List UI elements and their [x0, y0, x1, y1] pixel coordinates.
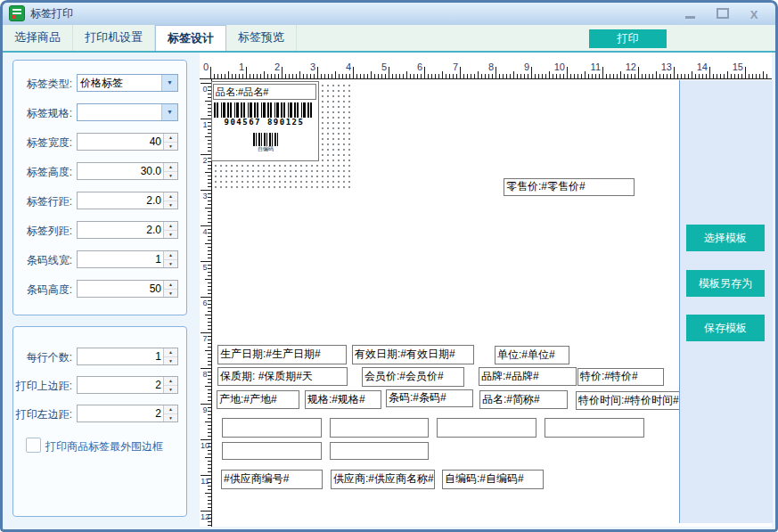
empty-field-box[interactable]	[222, 442, 322, 460]
select-value	[78, 104, 161, 120]
design-field-box[interactable]: 条码:#条码#	[386, 389, 473, 407]
design-field-box[interactable]: 自编码:#自编码#	[442, 470, 544, 489]
template-panel: 选择模板模板另存为保存模板	[679, 80, 773, 523]
spin-up-icon[interactable]: ▲	[164, 281, 177, 289]
spinner-value: 1	[78, 251, 163, 267]
spinner-value: 40	[78, 134, 163, 150]
design-field-box[interactable]: 有效日期:#有效日期#	[352, 345, 474, 364]
close-button[interactable]: X	[742, 6, 766, 20]
design-field-box[interactable]: 会员价:#会员价#	[362, 367, 464, 387]
minimize-button[interactable]	[678, 6, 701, 20]
spin-up-icon[interactable]: ▲	[164, 348, 177, 356]
spin-up-icon[interactable]: ▲	[164, 222, 177, 230]
tab-select-product[interactable]: 选择商品	[3, 25, 73, 51]
spinner-value: 2	[78, 377, 163, 393]
number-spinner[interactable]: 40▲▼	[77, 133, 178, 151]
number-spinner[interactable]: 1▲▼	[77, 348, 178, 365]
spin-down-icon[interactable]: ▼	[164, 385, 177, 394]
tab-printer-settings[interactable]: 打印机设置	[73, 25, 155, 51]
spinner-value: 30.0	[78, 163, 163, 179]
small-barcode[interactable]: 自编码	[250, 133, 281, 154]
product-name-field[interactable]: 品名:#品名#	[213, 84, 316, 100]
spin-down-icon[interactable]: ▼	[164, 289, 177, 298]
empty-field-box[interactable]	[222, 418, 322, 438]
number-spinner[interactable]: 50▲▼	[77, 280, 178, 298]
design-field-box[interactable]: 特价时间:#特价时间#	[576, 391, 680, 410]
title-bar: 标签打印 X	[0, 0, 778, 25]
window-title: 标签打印	[30, 6, 73, 21]
field-label: 标签高度:	[13, 165, 72, 180]
spin-down-icon[interactable]: ▼	[164, 230, 177, 239]
main-barcode[interactable]: 904567 890125	[214, 102, 315, 127]
spin-down-icon[interactable]: ▼	[164, 171, 177, 180]
number-spinner[interactable]: 30.0▲▼	[77, 162, 178, 180]
number-spinner[interactable]: 1▲▼	[77, 250, 178, 268]
print-settings-group: 打印商品标签最外围边框 每行个数:1▲▼打印上边距:2▲▼打印左边距:2▲▼	[12, 326, 187, 517]
select-template-button[interactable]: 选择模板	[686, 225, 765, 251]
design-field-box[interactable]: 产地:#产地#	[217, 390, 299, 409]
label-print-window: 标签打印 X 选择商品打印机设置标签设计标签预览 打印 标签类型:价格标签▼标签…	[0, 0, 778, 532]
empty-field-box[interactable]	[330, 442, 429, 460]
field-label: 每行个数:	[13, 350, 72, 365]
design-field-box[interactable]: 生产日期:#生产日期#	[217, 345, 347, 364]
number-spinner[interactable]: 2.0▲▼	[77, 221, 178, 239]
empty-field-box[interactable]	[330, 418, 429, 438]
design-field-box[interactable]: 品名:#简称#	[479, 390, 568, 409]
spin-down-icon[interactable]: ▼	[164, 259, 177, 268]
minimize-icon	[685, 16, 695, 19]
dropdown-select[interactable]: ▼	[77, 103, 178, 121]
spin-up-icon[interactable]: ▲	[164, 134, 177, 142]
design-field-box[interactable]: 特价:#特价#	[577, 368, 664, 386]
design-field-box[interactable]: 品牌:#品牌#	[479, 367, 577, 386]
design-field-box[interactable]: 规格:#规格#	[305, 390, 381, 409]
design-field-box[interactable]: 单位:#单位#	[495, 346, 569, 364]
empty-field-box[interactable]	[437, 418, 536, 438]
spin-up-icon[interactable]: ▲	[164, 377, 177, 385]
tab-label-design[interactable]: 标签设计	[155, 25, 226, 51]
chevron-down-icon[interactable]: ▼	[161, 75, 177, 91]
field-label: 标签规格:	[13, 106, 72, 121]
spin-up-icon[interactable]: ▲	[164, 405, 177, 413]
select-value: 价格标签	[78, 75, 161, 91]
field-label: 条码高度:	[13, 282, 72, 298]
chevron-down-icon[interactable]: ▼	[161, 104, 177, 120]
number-spinner[interactable]: 2▲▼	[77, 405, 178, 422]
spin-down-icon[interactable]: ▼	[164, 142, 177, 151]
field-label: 标签类型:	[13, 77, 72, 92]
design-field-box[interactable]: 供应商:#供应商名称#	[331, 470, 435, 489]
save-template-button[interactable]: 保存模板	[686, 315, 765, 341]
spinner-value: 2	[78, 405, 163, 422]
spinner-value: 2.0	[78, 192, 163, 209]
field-label: 标签列距:	[13, 224, 72, 239]
outer-border-checkbox[interactable]	[26, 438, 41, 453]
spin-down-icon[interactable]: ▼	[164, 201, 177, 209]
label-settings-group: 标签类型:价格标签▼标签规格:▼标签宽度:40▲▼标签高度:30.0▲▼标签行距…	[12, 60, 187, 315]
field-label: 打印左边距:	[13, 407, 72, 422]
spin-down-icon[interactable]: ▼	[164, 356, 177, 365]
app-icon	[9, 5, 25, 21]
barcode-digits: 904567 890125	[214, 118, 315, 127]
save-template-as-button[interactable]: 模板另存为	[686, 270, 765, 297]
spin-down-icon[interactable]: ▼	[164, 413, 177, 422]
barcode-bars-icon	[214, 102, 315, 118]
field-label: 条码线宽:	[13, 253, 72, 268]
dropdown-select[interactable]: 价格标签▼	[77, 74, 178, 92]
spinner-value: 50	[78, 281, 163, 297]
design-field-box[interactable]: 零售价:#零售价#	[504, 178, 635, 196]
label-preview-box[interactable]: 品名:#品名# 904567 890125 自编码	[211, 81, 319, 161]
spin-up-icon[interactable]: ▲	[164, 192, 177, 201]
spin-up-icon[interactable]: ▲	[164, 163, 177, 171]
spinner-value: 2.0	[78, 222, 163, 238]
spin-up-icon[interactable]: ▲	[164, 251, 177, 259]
outer-border-checkbox-label: 打印商品标签最外围边框	[45, 439, 163, 454]
close-icon: X	[750, 8, 758, 21]
design-field-box[interactable]: 保质期: #保质期#天	[217, 367, 348, 386]
maximize-button[interactable]	[711, 6, 734, 20]
empty-field-box[interactable]	[545, 418, 644, 438]
number-spinner[interactable]: 2.0▲▼	[77, 192, 178, 209]
design-field-box[interactable]: #供应商编号#	[221, 470, 323, 489]
tab-label-preview[interactable]: 标签预览	[226, 25, 297, 51]
spinner-value: 1	[78, 348, 163, 364]
number-spinner[interactable]: 2▲▼	[77, 376, 178, 394]
print-button[interactable]: 打印	[589, 29, 667, 48]
